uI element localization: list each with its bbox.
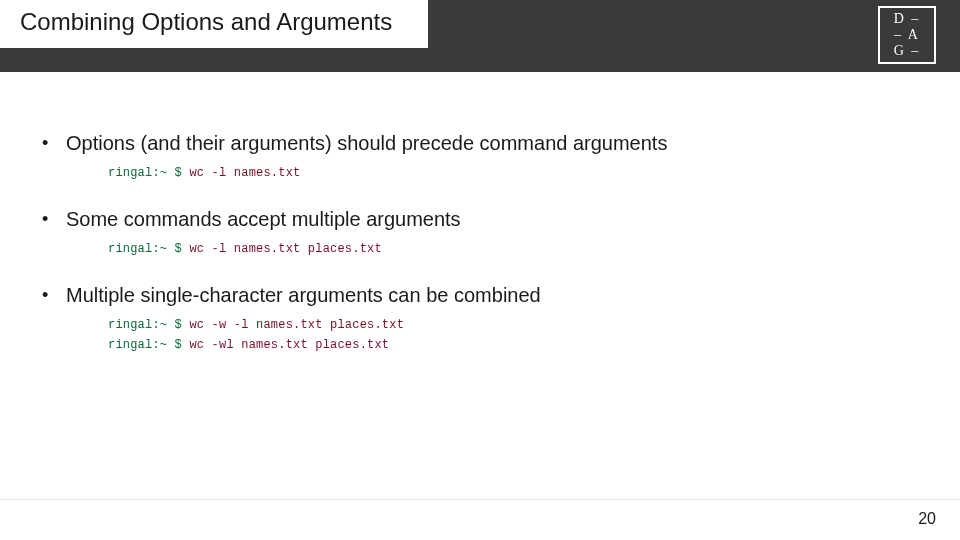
code-prompt: ringal:~ $: [108, 318, 182, 332]
code-prompt: ringal:~ $: [108, 166, 182, 180]
title-wrap: Combining Options and Arguments: [0, 0, 428, 48]
page-number: 20: [918, 510, 936, 528]
bullet-text: Multiple single-character arguments can …: [66, 282, 920, 308]
bullet-dot: •: [42, 206, 66, 232]
code-command: wc -w -l names.txt places.txt: [182, 318, 404, 332]
title-bar: Combining Options and Arguments D – – A …: [0, 0, 960, 72]
bullet-dot: •: [42, 130, 66, 156]
bullet-item: • Options (and their arguments) should p…: [42, 130, 920, 156]
code-command: wc -l names.txt places.txt: [182, 242, 382, 256]
code-prompt: ringal:~ $: [108, 338, 182, 352]
code-command: wc -l names.txt: [182, 166, 300, 180]
bullet-text: Options (and their arguments) should pre…: [66, 130, 920, 156]
bullet-block: • Some commands accept multiple argument…: [42, 206, 920, 256]
content-area: • Options (and their arguments) should p…: [42, 130, 920, 378]
logo-row-3: G –: [894, 43, 921, 59]
bullet-item: • Some commands accept multiple argument…: [42, 206, 920, 232]
footer-rule: [0, 499, 960, 500]
code-command: wc -wl names.txt places.txt: [182, 338, 389, 352]
bullet-dot: •: [42, 282, 66, 308]
logo: D – – A G –: [878, 6, 936, 64]
code-prompt: ringal:~ $: [108, 242, 182, 256]
logo-row-1: D –: [894, 11, 921, 27]
code-line: ringal:~ $ wc -wl names.txt places.txt: [108, 338, 920, 352]
code-line: ringal:~ $ wc -l names.txt places.txt: [108, 242, 920, 256]
page-title: Combining Options and Arguments: [0, 0, 412, 48]
bullet-item: • Multiple single-character arguments ca…: [42, 282, 920, 308]
code-line: ringal:~ $ wc -l names.txt: [108, 166, 920, 180]
logo-row-2: – A: [894, 27, 920, 43]
bullet-block: • Multiple single-character arguments ca…: [42, 282, 920, 352]
code-line: ringal:~ $ wc -w -l names.txt places.txt: [108, 318, 920, 332]
bullet-block: • Options (and their arguments) should p…: [42, 130, 920, 180]
bullet-text: Some commands accept multiple arguments: [66, 206, 920, 232]
